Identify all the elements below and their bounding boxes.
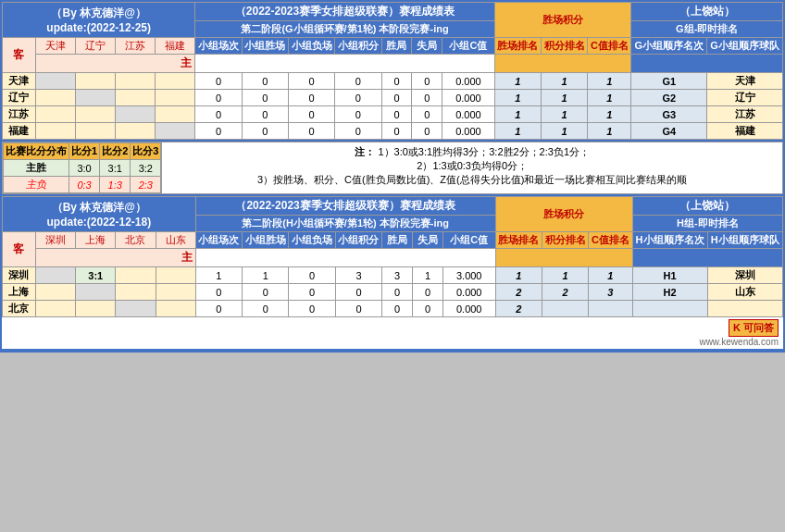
h-col-h1: 小组场次 bbox=[195, 232, 242, 249]
g-team-tianjin: 天津 bbox=[3, 73, 36, 90]
kewenda-logo: K 可问答 bbox=[729, 319, 779, 337]
g-d2-2: 0 bbox=[288, 90, 334, 106]
h-r1-1: 1 bbox=[542, 267, 588, 284]
h-subtitle: （2022-2023赛季女排超级联赛）赛程成绩表 bbox=[195, 197, 495, 216]
g-win-rank-header: 胜场积分 bbox=[494, 3, 631, 38]
g-d4-1: 0 bbox=[242, 123, 288, 140]
h-home-label: 主 bbox=[35, 249, 195, 267]
g-team-fujian: 福建 bbox=[3, 123, 36, 140]
g-d3-6: 0.000 bbox=[442, 106, 494, 123]
sd-h2: 比分2 bbox=[100, 143, 131, 160]
h-rank-h3: C值排名 bbox=[589, 232, 632, 249]
h-vs-02 bbox=[116, 267, 156, 284]
h-win-rank-header: 胜场积分 bbox=[495, 197, 632, 232]
home-label: 主 bbox=[35, 55, 194, 73]
g-r4-2: 1 bbox=[588, 123, 631, 140]
sd-home-s3: 3:2 bbox=[131, 160, 161, 177]
g-d4-0: 0 bbox=[195, 123, 242, 140]
h-row-beijing: 北京 0 0 0 0 0 0 0.000 2 bbox=[3, 301, 783, 317]
g-guest-t4: 福建 bbox=[156, 38, 195, 55]
g-vs-30 bbox=[35, 123, 75, 140]
g-stage: 第二阶段(G小组循环赛/第1轮) 本阶段完赛-ing bbox=[195, 21, 494, 38]
h-row-shanghai: 上海 0 0 0 0 0 0 0.000 2 2 3 H2 山东 bbox=[3, 284, 783, 301]
g-d3-1: 0 bbox=[242, 106, 288, 123]
h-r2-2: 3 bbox=[589, 284, 632, 301]
g-group-section: （By 林克德洋@） update:(2022-12-25) （2022-202… bbox=[2, 2, 783, 140]
g-s2-team: 辽宁 bbox=[707, 90, 783, 106]
sd-h3: 比分3 bbox=[131, 143, 161, 160]
h-d1-6: 3.000 bbox=[442, 267, 495, 284]
g-r1-2: 1 bbox=[588, 73, 631, 90]
g-s4-team: 福建 bbox=[707, 123, 783, 140]
g-vs-32 bbox=[116, 123, 156, 140]
h-vs-23 bbox=[156, 301, 195, 317]
h-vs-20 bbox=[35, 301, 75, 317]
h-team-beijing: 北京 bbox=[3, 301, 36, 317]
h-d1-2: 0 bbox=[289, 267, 335, 284]
sd-away-s3: 2:3 bbox=[131, 177, 161, 193]
h-s3-num bbox=[632, 301, 707, 317]
notes-title: 注： bbox=[355, 146, 375, 157]
h-spacer2 bbox=[495, 249, 632, 267]
h-d1-5: 1 bbox=[413, 267, 443, 284]
g-vs-12 bbox=[116, 90, 156, 106]
g-rank-h3: C值排名 bbox=[588, 38, 631, 55]
h-r3-2 bbox=[589, 301, 632, 317]
h-vs-12 bbox=[116, 284, 156, 301]
h-byline: （By 林克德洋@） update:(2022-12-18) bbox=[3, 197, 196, 232]
h-d3-0: 0 bbox=[195, 301, 242, 317]
g-vs-00 bbox=[35, 73, 75, 90]
notes-cell: 注： 1）3:0或3:1胜均得3分；3:2胜2分；2:3负1分； 2）1:3或0… bbox=[162, 142, 783, 194]
g-r2-2: 1 bbox=[588, 90, 631, 106]
g-col-h3: 小组负场 bbox=[288, 38, 334, 55]
g-d3-3: 0 bbox=[335, 106, 381, 123]
g-vs-13 bbox=[156, 90, 195, 106]
g-d1-4: 0 bbox=[381, 73, 412, 90]
g-r4-0: 1 bbox=[494, 123, 541, 140]
sd-home-s1: 3:0 bbox=[69, 160, 100, 177]
spacer3 bbox=[631, 55, 783, 73]
h-d1-1: 1 bbox=[243, 267, 289, 284]
h-station: （上饶站） bbox=[632, 197, 783, 216]
h-d1-4: 3 bbox=[382, 267, 413, 284]
g-vs-10 bbox=[35, 90, 75, 106]
g-d2-1: 0 bbox=[242, 90, 288, 106]
h-guest-label: 客 bbox=[3, 232, 36, 267]
g-r3-1: 1 bbox=[541, 106, 587, 123]
g-d2-3: 0 bbox=[335, 90, 381, 106]
h-row-shenzhen: 深圳 3:1 1 1 0 3 3 1 3.000 1 1 1 H1 深圳 bbox=[3, 267, 783, 284]
h-d2-5: 0 bbox=[413, 284, 443, 301]
g-r3-2: 1 bbox=[588, 106, 631, 123]
g-s3-num: G3 bbox=[631, 106, 707, 123]
g-r2-0: 1 bbox=[494, 90, 541, 106]
h-vs-01: 3:1 bbox=[76, 267, 116, 284]
g-row-tianjin: 天津 0 0 0 0 0 0 0.000 1 1 1 G1 天津 bbox=[3, 73, 783, 90]
h-col-h4: 小组积分 bbox=[335, 232, 381, 249]
g-guest-t3: 江苏 bbox=[116, 38, 156, 55]
g-byline: （By 林克德洋@） update:(2022-12-25) bbox=[3, 3, 195, 38]
h-r1-0: 1 bbox=[495, 267, 542, 284]
sd-away-label: 主负 bbox=[4, 177, 69, 193]
g-r1-0: 1 bbox=[494, 73, 541, 90]
h-col-h5: 胜局 bbox=[382, 232, 413, 249]
score-dist-cell: 比赛比分分布 比分1 比分2 比分3 主胜 3:0 3:1 3:2 主负 bbox=[3, 142, 162, 194]
sd-away-s2: 1:3 bbox=[100, 177, 131, 193]
score-dist-inner: 比赛比分分布 比分1 比分2 比分3 主胜 3:0 3:1 3:2 主负 bbox=[3, 142, 161, 193]
g-guest-t2: 辽宁 bbox=[76, 38, 116, 55]
h-d2-0: 0 bbox=[195, 284, 242, 301]
g-vs-33 bbox=[156, 123, 195, 140]
g-col-h1: 小组场次 bbox=[195, 38, 242, 55]
h-r2-0: 2 bbox=[495, 284, 542, 301]
kewenda-url: www.kewenda.com bbox=[2, 337, 779, 347]
guest-label: 客 bbox=[3, 38, 36, 73]
h-spacer3 bbox=[632, 249, 783, 267]
h-s2-num: H2 bbox=[632, 284, 707, 301]
h-team-shanghai: 上海 bbox=[3, 284, 36, 301]
g-row-liaoning: 辽宁 0 0 0 0 0 0 0.000 1 1 1 G2 辽宁 bbox=[3, 90, 783, 106]
watermark-area: K 可问答 www.kewenda.com bbox=[2, 317, 783, 349]
h-guest-t4: 山东 bbox=[156, 232, 195, 249]
g-d2-6: 0.000 bbox=[442, 90, 494, 106]
h-ranking-label: H组-即时排名 bbox=[632, 216, 783, 232]
h-s2-team: 山东 bbox=[707, 284, 782, 301]
g-guest-t1: 天津 bbox=[35, 38, 75, 55]
